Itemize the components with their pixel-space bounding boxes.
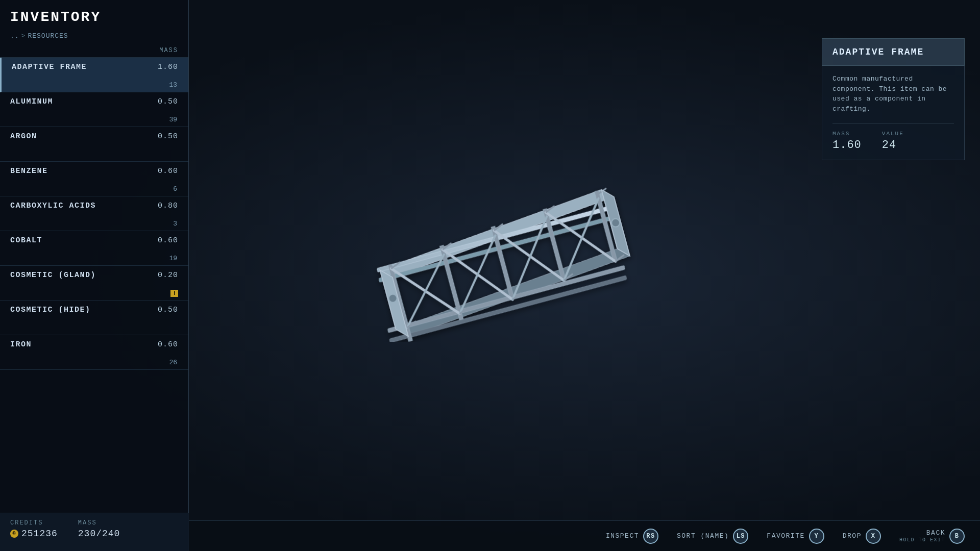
action-sublabel: HOLD TO EXIT [899, 537, 945, 543]
inventory-item[interactable]: IRON 0.60 26 [0, 335, 188, 370]
detail-item-name: ADAPTIVE FRAME [832, 47, 954, 57]
item-count: 19 [169, 255, 178, 262]
item-name: COSMETIC (GLAND) [10, 271, 96, 280]
action-label: DROP [843, 532, 862, 540]
action-item: BACK HOLD TO EXIT B [899, 529, 965, 544]
item-count: 13 [169, 81, 178, 89]
breadcrumb-parent: .. [10, 32, 19, 40]
mass-stat: MASS 230/240 [78, 519, 120, 545]
item-name: ARGON [10, 132, 37, 141]
inventory-item[interactable]: COSMETIC (GLAND) 0.20 ! [0, 266, 188, 300]
action-item: SORT (NAME) LS [677, 529, 748, 544]
col-mass: MASS [159, 47, 178, 54]
item-name: ADAPTIVE FRAME [12, 63, 87, 71]
item-warning-badge: ! [170, 290, 178, 297]
action-label: BACK [926, 529, 945, 537]
action-bar: INSPECT RS SORT (NAME) LS FAVORITE Y DRO… [189, 520, 980, 551]
item-count: 6 [173, 185, 178, 193]
item-count: 3 [173, 220, 178, 228]
action-label: SORT (NAME) [677, 532, 729, 540]
inventory-item[interactable]: COSMETIC (HIDE) 0.50 [0, 300, 188, 335]
credit-icon: © [10, 530, 18, 538]
item-count: 26 [169, 359, 178, 366]
detail-value-label: VALUE [882, 131, 904, 137]
action-label: FAVORITE [767, 532, 804, 540]
credits-value: © 251236 [10, 529, 58, 539]
action-btn[interactable]: LS [733, 529, 748, 544]
bottom-bar: CREDITS © 251236 MASS 230/240 [0, 513, 189, 551]
detail-value-stat: VALUE 24 [882, 131, 904, 152]
action-btn[interactable]: X [866, 529, 881, 544]
item-name: IRON [10, 340, 32, 349]
item-mass: 0.60 [158, 340, 178, 349]
detail-value-value: 24 [882, 139, 904, 152]
item-name: COBALT [10, 236, 42, 245]
item-mass: 0.50 [158, 97, 178, 106]
action-item: DROP X [843, 529, 881, 544]
item-name: COSMETIC (HIDE) [10, 306, 91, 314]
item-mass: 1.60 [158, 63, 178, 71]
back-group: BACK HOLD TO EXIT [899, 529, 945, 543]
detail-panel: ADAPTIVE FRAME Common manufactured compo… [822, 38, 965, 160]
credits-stat: CREDITS © 251236 [10, 519, 58, 545]
detail-body: Common manufactured component. This item… [822, 66, 965, 160]
detail-stats: MASS 1.60 VALUE 24 [832, 123, 954, 152]
inventory-item[interactable]: CARBOXYLIC ACIDS 0.80 3 [0, 196, 188, 231]
left-panel: INVENTORY .. > RESOURCES MASS ADAPTIVE F… [0, 0, 189, 551]
column-headers: MASS [0, 44, 188, 58]
truss-svg [350, 179, 646, 342]
item-name: BENZENE [10, 167, 48, 176]
item-preview [345, 171, 651, 349]
inventory-item[interactable]: ARGON 0.50 [0, 127, 188, 162]
detail-description: Common manufactured component. This item… [832, 74, 954, 114]
item-name: CARBOXYLIC ACIDS [10, 202, 96, 210]
item-mass: 0.80 [158, 202, 178, 210]
action-btn[interactable]: Y [809, 529, 824, 544]
center-preview-area [189, 0, 806, 520]
mass-number: 230/240 [78, 529, 120, 539]
inventory-list: ADAPTIVE FRAME 1.60 13 ALUMINUM 0.50 39 … [0, 58, 188, 496]
breadcrumb: .. > RESOURCES [0, 30, 188, 44]
item-mass: 0.50 [158, 306, 178, 314]
item-mass: 0.60 [158, 167, 178, 176]
action-item: FAVORITE Y [767, 529, 824, 544]
credits-label: CREDITS [10, 519, 58, 527]
item-mass: 0.50 [158, 132, 178, 141]
inventory-item[interactable]: ADAPTIVE FRAME 1.60 13 [0, 58, 188, 92]
detail-mass-label: MASS [832, 131, 862, 137]
page-title: INVENTORY [0, 0, 188, 30]
item-name: ALUMINUM [10, 97, 53, 106]
mass-value: 230/240 [78, 529, 120, 539]
detail-header: ADAPTIVE FRAME [822, 38, 965, 66]
item-mass: 0.60 [158, 236, 178, 245]
detail-mass-value: 1.60 [832, 139, 862, 152]
inventory-item[interactable]: BENZENE 0.60 6 [0, 162, 188, 196]
item-count: 39 [169, 116, 178, 123]
action-label: INSPECT [606, 532, 639, 540]
mass-label: MASS [78, 519, 120, 527]
inventory-item[interactable]: COBALT 0.60 19 [0, 231, 188, 266]
breadcrumb-current: RESOURCES [28, 32, 68, 40]
item-mass: 0.20 [158, 271, 178, 280]
action-btn-b[interactable]: B [949, 529, 965, 544]
action-btn[interactable]: RS [643, 529, 658, 544]
detail-mass-stat: MASS 1.60 [832, 131, 862, 152]
inventory-item[interactable]: ALUMINUM 0.50 39 [0, 92, 188, 127]
breadcrumb-separator: > [21, 32, 26, 40]
action-item: INSPECT RS [606, 529, 658, 544]
credits-number: 251236 [21, 529, 58, 539]
